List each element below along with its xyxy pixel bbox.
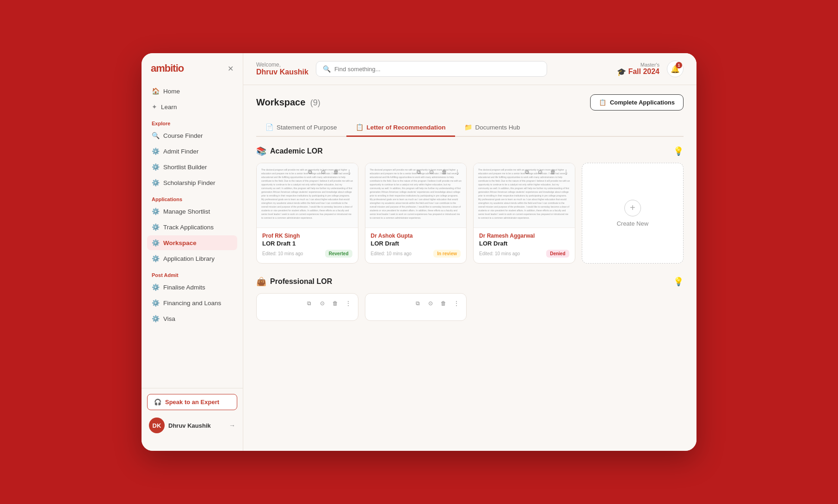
lor-card-2-more-btn[interactable]: ⋮ (561, 167, 571, 177)
tab-sop[interactable]: 📄 Statement of Purpose (256, 119, 346, 137)
create-plus-icon: + (624, 200, 641, 216)
lor-card-0-status: Reverted (325, 250, 352, 258)
welcome-name: Dhruv Kaushik (256, 68, 308, 76)
cap-icon: 🎓 (617, 68, 626, 76)
sidebar-item-application-library-label: Application Library (163, 255, 215, 262)
lor-card-1-history-btn[interactable]: ⊙ (426, 167, 437, 177)
lor-card-0-delete-btn[interactable]: 🗑 (331, 167, 341, 177)
workspace-icon: ⚙️ (152, 239, 160, 246)
sidebar-item-scholarship-finder-label: Scholarship Finder (163, 179, 216, 186)
sidebar-item-manage-shortlist-label: Manage Shortlist (163, 208, 210, 215)
professional-lor-card-0[interactable]: ⧉ ⊙ 🗑 ⋮ (256, 293, 358, 321)
academic-lor-header: 📚 Academic LOR 💡 (256, 146, 684, 156)
visa-icon: ⚙️ (152, 315, 160, 322)
lor-card-0-more-btn[interactable]: ⋮ (344, 167, 354, 177)
sidebar-nav: 🏠 Home ✦ Learn Explore 🔍 Course Finder ⚙… (142, 84, 243, 388)
sidebar-item-workspace[interactable]: ⚙️ Workspace (147, 235, 237, 250)
lor-card-1[interactable]: The doctoral program will provide me wit… (365, 163, 467, 264)
lor-card-1-edited: Edited: 10 mins ago (371, 251, 412, 256)
lor-card-0-title: LOR Draft 1 (262, 240, 352, 247)
sidebar-item-visa[interactable]: ⚙️ Visa (147, 311, 237, 326)
speak-expert-button[interactable]: 🎧 Speak to an Expert (147, 394, 237, 410)
workspace-tabs: 📄 Statement of Purpose 📋 Letter of Recom… (256, 119, 684, 137)
sidebar-item-application-library[interactable]: ⚙️ Application Library (147, 251, 237, 266)
menu-icon[interactable]: ✕ (228, 64, 234, 73)
home-icon: 🏠 (152, 87, 160, 95)
lor-card-2-history-btn[interactable]: ⊙ (535, 167, 545, 177)
explore-section-label: Explore (147, 115, 237, 128)
lor-card-0-copy-btn[interactable]: ⧉ (305, 167, 315, 177)
search-input[interactable] (334, 66, 540, 73)
logo-text: ambitio (151, 62, 184, 74)
lor-card-2[interactable]: The doctoral program will provide me wit… (473, 163, 575, 264)
prof-card-1-history-btn[interactable]: ⊙ (425, 298, 436, 308)
application-library-icon: ⚙️ (152, 255, 160, 262)
sidebar-item-home[interactable]: 🏠 Home (147, 84, 237, 98)
academic-lor-bulb-icon[interactable]: 💡 (673, 146, 684, 156)
prof-card-1-delete-btn[interactable]: 🗑 (438, 298, 449, 308)
professional-lor-section: 👜 Professional LOR 💡 ⧉ ⊙ 🗑 ⋮ (256, 277, 684, 321)
lor-card-1-title: LOR Draft (371, 240, 461, 247)
lor-card-0-edited: Edited: 10 mins ago (262, 251, 303, 256)
search-icon: 🔍 (323, 65, 331, 73)
prof-card-1-actions: ⧉ ⊙ 🗑 ⋮ (413, 298, 462, 308)
sidebar-item-finalise-admits[interactable]: ⚙️ Finalise Admits (147, 280, 237, 295)
speak-expert-icon: 🎧 (154, 399, 161, 406)
learn-icon: ✦ (152, 103, 157, 111)
notification-badge: 1 (676, 62, 682, 68)
lor-card-1-copy-btn[interactable]: ⧉ (413, 167, 424, 177)
sop-tab-label: Statement of Purpose (277, 124, 337, 131)
lor-card-2-copy-btn[interactable]: ⧉ (522, 167, 532, 177)
lor-card-1-more-btn[interactable]: ⋮ (452, 167, 462, 177)
track-applications-icon: ⚙️ (152, 223, 160, 231)
sidebar-item-admit-finder[interactable]: ⚙️ Admit Finder (147, 144, 237, 159)
sidebar-item-visa-label: Visa (163, 315, 175, 322)
lor-card-2-professor: Dr Ramesh Aggarwal (479, 233, 569, 239)
professional-lor-card-1[interactable]: ⧉ ⊙ 🗑 ⋮ (365, 293, 467, 321)
workspace-title: Workspace (9) (256, 97, 320, 108)
lor-card-1-preview: The doctoral program will provide me wit… (365, 163, 467, 228)
content-area: Workspace (9) 📋 Complete Applications 📄 … (243, 85, 696, 451)
notification-button[interactable]: 🔔 1 (667, 61, 684, 77)
complete-applications-button[interactable]: 📋 Complete Applications (590, 94, 684, 111)
prof-card-1-copy-btn[interactable]: ⧉ (413, 298, 423, 308)
lor-card-2-footer: Edited: 10 mins ago Denied (479, 250, 569, 258)
lor-card-0[interactable]: The doctoral program will provide me wit… (256, 163, 358, 264)
user-name-label: Dhruv Kaushik (168, 422, 225, 429)
sidebar-item-scholarship-finder[interactable]: ⚙️ Scholarship Finder (147, 175, 237, 190)
academic-lor-section: 📚 Academic LOR 💡 The doctoral program wi… (256, 146, 684, 264)
financing-loans-icon: ⚙️ (152, 299, 160, 307)
lor-card-2-edited: Edited: 10 mins ago (479, 251, 520, 256)
sidebar-item-financing-loans[interactable]: ⚙️ Financing and Loans (147, 295, 237, 310)
user-row[interactable]: DK Dhruv Kaushik → (147, 415, 237, 436)
tab-lor[interactable]: 📋 Letter of Recommendation (346, 119, 455, 137)
lor-card-0-history-btn[interactable]: ⊙ (318, 167, 328, 177)
prof-card-0-history-btn[interactable]: ⊙ (317, 298, 327, 308)
create-new-card[interactable]: + Create New (582, 163, 684, 264)
lor-card-1-footer: Edited: 10 mins ago In review (371, 250, 461, 258)
lor-card-1-delete-btn[interactable]: 🗑 (439, 167, 450, 177)
tab-docs[interactable]: 📁 Documents Hub (455, 119, 530, 137)
sidebar-item-track-applications[interactable]: ⚙️ Track Applications (147, 220, 237, 234)
professional-lor-bulb-icon[interactable]: 💡 (673, 277, 684, 287)
sop-tab-icon: 📄 (265, 123, 273, 131)
prof-card-0-delete-btn[interactable]: 🗑 (330, 298, 340, 308)
sidebar-item-workspace-label: Workspace (163, 240, 197, 246)
sidebar-item-shortlist-builder[interactable]: ⚙️ Shortlist Builder (147, 160, 237, 174)
sidebar-item-manage-shortlist[interactable]: ⚙️ Manage Shortlist (147, 204, 237, 219)
logout-icon[interactable]: → (229, 422, 235, 429)
prof-card-0-more-btn[interactable]: ⋮ (343, 298, 353, 308)
sidebar-item-learn[interactable]: ✦ Learn (147, 99, 237, 114)
professional-lor-cards-grid: ⧉ ⊙ 🗑 ⋮ ⧉ ⊙ 🗑 ⋮ (256, 293, 684, 321)
sidebar-item-course-finder[interactable]: 🔍 Course Finder (147, 128, 237, 143)
sidebar: ambitio ✕ 🏠 Home ✦ Learn Explore 🔍 Cours… (142, 53, 243, 451)
lor-card-2-status: Denied (546, 250, 569, 258)
welcome-text: Welcome, (256, 61, 308, 68)
lor-card-2-delete-btn[interactable]: 🗑 (548, 167, 558, 177)
header-right: Master's 🎓 Fall 2024 🔔 1 (617, 61, 684, 77)
prof-card-1-more-btn[interactable]: ⋮ (451, 298, 462, 308)
prof-card-0-copy-btn[interactable]: ⧉ (304, 298, 314, 308)
prof-card-0-actions: ⧉ ⊙ 🗑 ⋮ (304, 298, 353, 308)
docs-tab-icon: 📁 (464, 123, 472, 131)
lor-card-0-preview: The doctoral program will provide me wit… (257, 163, 358, 228)
